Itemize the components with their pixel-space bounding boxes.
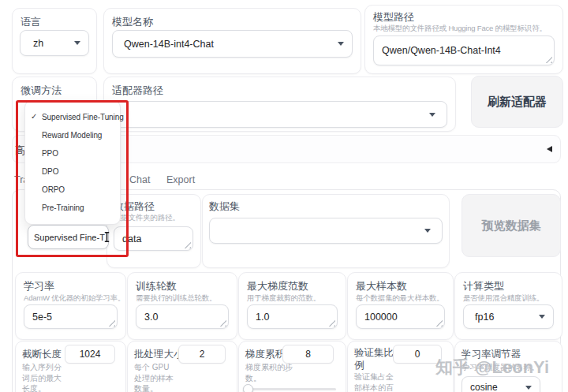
compute-type-select[interactable]: fp16: [463, 304, 554, 329]
preview-dataset-button[interactable]: 预览数据集: [462, 194, 561, 257]
batch-size-card: 批处理大小 2 每个 GPU 处理的样本数量。: [127, 341, 237, 392]
cutoff-len-description: 输入序列分词后的最大长度。: [22, 362, 65, 392]
finetuning-method-label: 微调方法: [21, 84, 62, 98]
watermark: 知乎 @LeonYi: [435, 356, 549, 379]
epochs-description: 需要执行的训练总轮数。: [136, 293, 216, 304]
collapse-arrow-icon: [547, 146, 552, 152]
resize-handle-icon[interactable]: [184, 241, 191, 248]
max-grad-norm-value: 1.0: [256, 312, 269, 323]
option-orpo[interactable]: ORPO: [25, 185, 120, 194]
batch-size-label: 批处理大小: [134, 348, 184, 361]
compute-type-value: fp16: [475, 312, 494, 323]
max-samples-value: 100000: [364, 312, 398, 323]
data-dir-value: data: [122, 233, 141, 245]
grad-accum-slider-handle[interactable]: [243, 384, 253, 392]
check-icon: ✓: [31, 112, 37, 121]
learning-rate-card: 学习率 AdamW 优化器的初始学习率。 5e-5: [15, 272, 126, 340]
max-grad-norm-description: 用于梯度裁剪的范数。: [247, 293, 320, 304]
model-path-value: Qwen/Qwen-14B-Chat-Int4: [382, 45, 501, 56]
grad-accum-slider-track[interactable]: [245, 388, 336, 390]
grad-accum-card: 梯度累积 8 梯度累积的步数。: [238, 341, 346, 392]
option-supervised-fine-tuning[interactable]: ✓Supervised Fine-Tuning: [25, 113, 120, 121]
language-select[interactable]: zh: [20, 30, 89, 56]
epochs-value: 3.0: [144, 312, 158, 323]
learning-rate-input[interactable]: 5e-5: [24, 304, 118, 329]
model-name-card: 模型名称 Qwen-14B-int4-Chat: [103, 8, 361, 74]
resize-handle-icon[interactable]: [328, 319, 335, 327]
option-dpo[interactable]: DPO: [25, 167, 120, 176]
batch-size-number-input[interactable]: 2: [178, 345, 226, 364]
resize-handle-icon[interactable]: [545, 56, 552, 63]
option-pre-training[interactable]: Pre-Training: [25, 203, 120, 212]
chevron-down-icon: [338, 42, 344, 46]
training-stage-input[interactable]: Supervised Fine-T: [28, 225, 109, 249]
model-path-label: 模型路径: [373, 10, 414, 24]
max-samples-input[interactable]: 100000: [356, 304, 445, 329]
val-size-number-input[interactable]: 0: [393, 345, 442, 364]
max-samples-description: 每个数据集的最大样本数。: [356, 293, 444, 304]
option-ppo[interactable]: PPO: [25, 149, 120, 158]
lr-scheduler-value: cosine: [470, 382, 498, 392]
chevron-down-icon: [539, 315, 545, 319]
language-label: 语言: [21, 15, 41, 29]
dataset-card: 数据集: [202, 194, 450, 268]
tab-chat[interactable]: Chat: [129, 174, 150, 185]
tab-export[interactable]: Export: [166, 174, 195, 185]
dataset-select[interactable]: [209, 218, 443, 244]
val-size-description: 验证集占全部样本的百分比。: [354, 371, 395, 392]
batch-size-description: 每个 GPU 处理的样本数量。: [134, 362, 179, 392]
adapter-path-card: 适配器路径: [103, 77, 456, 132]
language-card: 语言 zh: [12, 8, 97, 74]
training-stage-input-value: Supervised Fine-T: [34, 233, 105, 242]
language-value: zh: [33, 38, 43, 49]
resize-handle-icon[interactable]: [219, 319, 226, 327]
grad-accum-label: 梯度累积: [245, 348, 285, 361]
learning-rate-value: 5e-5: [32, 312, 52, 323]
data-dir-card: 数据路径 数据文件夹的路径。 data: [106, 194, 201, 268]
epochs-input[interactable]: 3.0: [136, 304, 229, 329]
data-dir-description: 数据文件夹的路径。: [114, 213, 180, 223]
model-path-card: 模型路径 本地模型的文件路径或 Hugging Face 的模型标识符。 Qwe…: [364, 5, 563, 74]
compute-type-label: 计算类型: [463, 279, 504, 293]
model-name-label: 模型名称: [112, 15, 153, 29]
chevron-down-icon: [429, 113, 435, 117]
val-size-label: 验证集比例: [354, 346, 397, 371]
llama-factory-webui: 语言 zh 模型名称 Qwen-14B-int4-Chat 模型路径 本地模型的…: [0, 0, 568, 392]
text-cursor-icon: [103, 231, 110, 243]
compute-type-description: 是否使用混合精度训练。: [463, 293, 544, 304]
model-path-input[interactable]: Qwen/Qwen-14B-Chat-Int4: [373, 35, 555, 65]
model-name-value: Qwen-14B-int4-Chat: [124, 39, 214, 50]
resize-handle-icon[interactable]: [108, 319, 115, 327]
epochs-label: 训练轮数: [136, 279, 177, 293]
dataset-label: 数据集: [209, 200, 240, 214]
chevron-down-icon: [74, 41, 80, 45]
resize-handle-icon[interactable]: [435, 319, 443, 327]
chevron-down-icon: [525, 386, 532, 390]
max-samples-card: 最大样本数 每个数据集的最大样本数。 100000: [347, 272, 454, 340]
max-grad-norm-input[interactable]: 1.0: [247, 304, 338, 329]
compute-type-card: 计算类型 是否使用混合精度训练。 fp16: [454, 272, 562, 340]
learning-rate-description: AdamW 优化器的初始学习率。: [24, 293, 125, 304]
cutoff-len-number-input[interactable]: 1024: [65, 345, 115, 364]
max-samples-label: 最大样本数: [356, 279, 407, 293]
option-reward-modeling[interactable]: Reward Modeling: [25, 131, 120, 140]
model-path-description: 本地模型的文件路径或 Hugging Face 的模型标识符。: [373, 24, 547, 34]
model-name-select[interactable]: Qwen-14B-int4-Chat: [112, 30, 353, 58]
cutoff-len-label: 截断长度: [22, 348, 62, 361]
refresh-adapter-button[interactable]: 刷新适配器: [471, 76, 563, 128]
training-stage-options-panel: ✓Supervised Fine-Tuning Reward Modeling …: [24, 100, 121, 225]
adapter-path-select[interactable]: [112, 101, 447, 128]
max-grad-norm-card: 最大梯度范数 用于梯度裁剪的范数。 1.0: [238, 272, 346, 340]
grad-accum-number-input[interactable]: 8: [282, 345, 334, 364]
cutoff-len-card: 截断长度 1024 输入序列分词后的最大长度。: [15, 341, 126, 392]
max-grad-norm-label: 最大梯度范数: [247, 279, 308, 293]
adapter-path-label: 适配器路径: [112, 84, 163, 98]
learning-rate-label: 学习率: [24, 279, 54, 293]
chevron-down-icon: [424, 229, 431, 233]
grad-accum-description: 梯度累积的步数。: [245, 362, 294, 383]
data-dir-input[interactable]: data: [114, 226, 193, 251]
epochs-card: 训练轮数 需要执行的训练总轮数。 3.0: [127, 272, 237, 340]
